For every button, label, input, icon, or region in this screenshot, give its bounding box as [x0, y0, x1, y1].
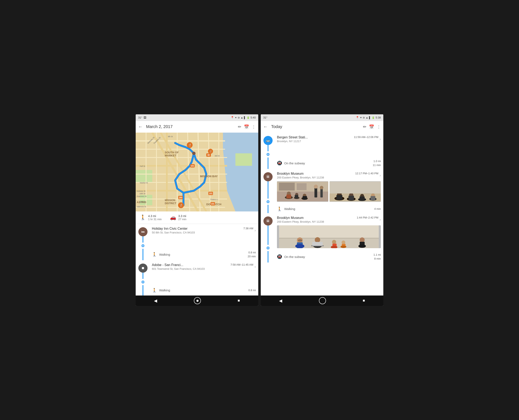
back-nav-right[interactable]: ◀	[279, 298, 282, 303]
location-icon-r: 📍	[356, 116, 359, 119]
dnd-icon-r: ⊖	[363, 116, 365, 119]
brooklyn-museum-1-row[interactable]: 🏛 Brooklyn Museum 200 Eastern Pkwy, Broo…	[261, 169, 383, 205]
dnd-icon: ⊖	[238, 116, 240, 119]
back-button-right[interactable]: ←	[263, 124, 268, 129]
svg-rect-69	[303, 196, 307, 199]
svg-text:Fell St: Fell St	[140, 165, 145, 167]
svg-point-97	[297, 237, 303, 243]
drive-icon: 🚗	[170, 215, 176, 220]
drive-distance: 3.3 mi	[178, 214, 186, 218]
home-nav-left[interactable]: ⬤	[194, 297, 201, 304]
svg-rect-92	[330, 181, 381, 193]
subway-dur-2: 8 min	[373, 257, 381, 261]
svg-text:Dolores St: Dolores St	[137, 190, 146, 192]
home-nav-right[interactable]	[319, 297, 326, 304]
drive-stat: 🚗 3.3 mi 27 min	[170, 214, 186, 221]
walk-label-1: Walking	[159, 253, 248, 256]
svg-text:101: 101	[191, 165, 194, 167]
back-nav-left[interactable]: ◀	[154, 298, 157, 303]
walk-icon: 🚶	[140, 215, 146, 220]
more-icon-left[interactable]: ⋮	[252, 124, 256, 129]
status-left: 31° 🖼	[138, 116, 146, 119]
bergen-content[interactable]: Bergen Street Stati... Brooklyn, NY 1121…	[275, 133, 383, 158]
svg-text:101: 101	[211, 203, 215, 205]
back-button-left[interactable]: ←	[138, 124, 143, 129]
calendar-icon-left[interactable]: 📅	[244, 124, 249, 129]
subway-icon-2: 🚇	[277, 254, 282, 259]
timeline-dot-r1	[267, 153, 270, 156]
location-icon: 📍	[231, 116, 234, 119]
svg-text:Valencia St: Valencia St	[137, 206, 146, 208]
svg-rect-73	[315, 188, 317, 198]
svg-rect-88	[359, 196, 365, 201]
chevron-right-1: ›	[255, 228, 256, 232]
svg-rect-82	[336, 195, 342, 200]
subway-dur-1: 11 min	[373, 163, 381, 167]
phone-right: 31° 📍 ✦ ⊖ ▲ ▌ 🔋 5:38 ← Today ✏ 📅 ⋮	[261, 114, 383, 306]
svg-text:Guerrero St: Guerrero St	[137, 195, 147, 197]
top-bar-right: ← Today ✏ 📅 ⋮	[261, 121, 383, 133]
subway-segment-1: 🚇 On the subway 1.0 mi 11 min	[261, 158, 383, 169]
museum-2-content[interactable]: Brooklyn Museum 200 Eastern Pkwy, Brookl…	[275, 213, 383, 251]
edit-icon-right[interactable]: ✏	[363, 124, 366, 129]
timeline-dot-r3	[267, 247, 270, 249]
time-right: 5:38	[376, 116, 381, 119]
museum-2-image	[277, 225, 381, 248]
svg-point-112	[341, 246, 346, 248]
walk-segment-1: 🚶 Walking 0.8 mi 20 min	[136, 249, 258, 260]
svg-text:MISSION BAY: MISSION BAY	[200, 175, 218, 178]
bergen-name: Bergen Street Stati...	[277, 135, 352, 139]
svg-point-110	[341, 240, 345, 244]
square-nav-right[interactable]: ■	[363, 298, 365, 303]
svg-point-47	[192, 152, 195, 155]
subway-stats-2: 1.1 mi 8 min	[373, 253, 381, 261]
svg-text:🍴: 🍴	[179, 203, 183, 207]
signal-icon: ▌	[244, 116, 246, 119]
svg-text:SOUTH OF: SOUTH OF	[165, 151, 179, 154]
museum-1-content[interactable]: Brooklyn Museum 200 Eastern Pkwy, Brookl…	[275, 169, 383, 205]
timeline-left-r1: 🚌	[261, 133, 275, 158]
bergen-street-row[interactable]: 🚌 Bergen Street Stati... Brooklyn, NY 11…	[261, 133, 383, 158]
svg-point-99	[295, 244, 304, 248]
chevron-right-2: ›	[255, 265, 256, 269]
svg-point-74	[314, 185, 318, 188]
adobe-icon: ⏹	[138, 263, 147, 273]
subway-label-1: On the subway	[284, 161, 373, 165]
svg-rect-2	[136, 170, 152, 182]
status-bar-right: 31° 📍 ✦ ⊖ ▲ ▌ 🔋 5:38	[261, 114, 383, 121]
museum-2-name: Brooklyn Museum	[277, 216, 355, 220]
walk-dist-2: 0.8 mi	[248, 288, 256, 292]
calendar-icon-right[interactable]: 📅	[369, 124, 374, 129]
museum-image-1	[277, 181, 328, 202]
walk-distance: 4.3 mi	[148, 214, 162, 218]
square-nav-left[interactable]: ■	[238, 298, 240, 303]
brooklyn-museum-2-row[interactable]: 🏛 Brooklyn Museum 200 Eastern Pkwy, Broo…	[261, 213, 383, 251]
more-icon-right[interactable]: ⋮	[377, 124, 381, 129]
subway-stats-1: 1.0 mi 11 min	[373, 159, 381, 167]
map-area[interactable]: SOUTH OF MARKET MISSION BAY ASTRO MISSIO…	[136, 133, 258, 211]
holiday-inn-address: 50 8th St, San Francisco, CA 94103	[152, 231, 242, 234]
svg-text:24th St: 24th St	[139, 201, 146, 203]
walk-dur-r1: 4 min	[374, 207, 381, 211]
subway-segment-2: 🚇 On the subway 1.1 mi 8 min	[261, 251, 383, 262]
svg-point-113	[360, 237, 365, 242]
timeline-left-1: 🛏	[136, 224, 150, 249]
top-bar-left: ← March 2, 2017 ✏ 📅 ⋮	[136, 121, 258, 133]
museum-1-images	[277, 181, 381, 202]
top-bar-icons-left: ✏ 📅 ⋮	[238, 124, 256, 129]
svg-point-101	[315, 237, 320, 243]
subway-label-2: On the subway	[284, 255, 373, 259]
adobe-content[interactable]: Adobe - San Franci... 601 Townsend St, S…	[150, 260, 258, 285]
svg-text:101: 101	[209, 192, 213, 195]
edit-icon-left[interactable]: ✏	[238, 124, 241, 129]
timeline-dot-r2	[267, 200, 270, 203]
adobe-row[interactable]: ⏹ Adobe - San Franci... 601 Townsend St,…	[136, 260, 258, 285]
timeline-left-2: ⏹	[136, 260, 150, 285]
svg-rect-85	[349, 195, 354, 200]
holiday-inn-content[interactable]: Holiday Inn Civic Center 50 8th St, San …	[150, 224, 258, 249]
holiday-inn-row[interactable]: 🛏 Holiday Inn Civic Center 50 8th St, Sa…	[136, 224, 258, 249]
time-left: 5:40	[251, 116, 256, 119]
top-bar-icons-right: ✏ 📅 ⋮	[363, 124, 381, 129]
svg-point-115	[358, 244, 366, 248]
subway-dist-2: 1.1 mi	[373, 253, 381, 257]
